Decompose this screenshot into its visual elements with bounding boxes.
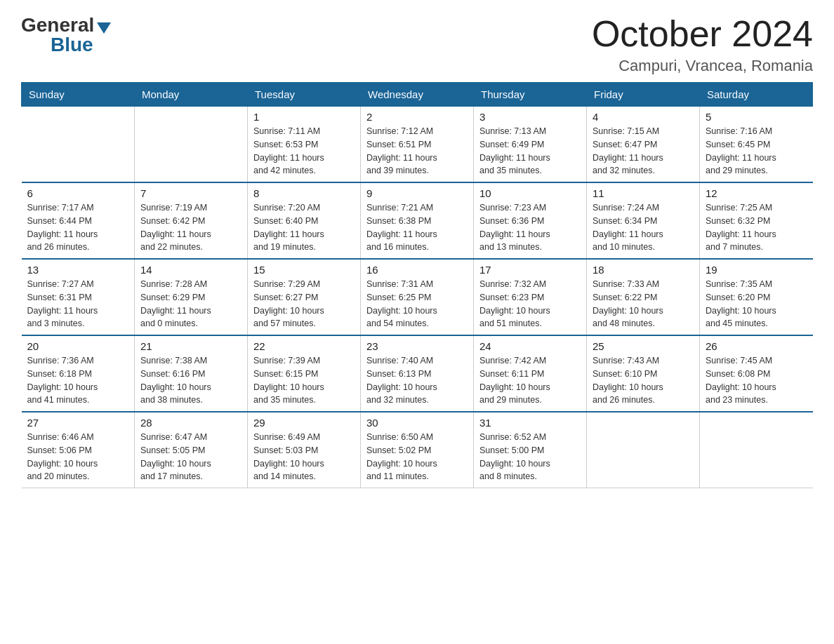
calendar-day-cell: 5Sunrise: 7:16 AM Sunset: 6:45 PM Daylig…	[700, 107, 813, 183]
day-info: Sunrise: 6:46 AM Sunset: 5:06 PM Dayligh…	[27, 431, 129, 483]
calendar-day-cell: 14Sunrise: 7:28 AM Sunset: 6:29 PM Dayli…	[135, 259, 248, 335]
calendar-day-cell: 3Sunrise: 7:13 AM Sunset: 6:49 PM Daylig…	[474, 107, 587, 183]
calendar-day-cell: 9Sunrise: 7:21 AM Sunset: 6:38 PM Daylig…	[361, 182, 474, 259]
day-number: 10	[479, 187, 581, 199]
day-info: Sunrise: 7:21 AM Sunset: 6:38 PM Dayligh…	[366, 201, 468, 254]
day-info: Sunrise: 6:50 AM Sunset: 5:02 PM Dayligh…	[366, 431, 468, 483]
day-info: Sunrise: 7:23 AM Sunset: 6:36 PM Dayligh…	[479, 201, 581, 254]
day-number: 17	[479, 264, 581, 276]
calendar-day-cell: 13Sunrise: 7:27 AM Sunset: 6:31 PM Dayli…	[22, 259, 135, 335]
day-of-week-header: Wednesday	[361, 83, 474, 107]
calendar-day-cell: 16Sunrise: 7:31 AM Sunset: 6:25 PM Dayli…	[361, 259, 474, 335]
day-number: 20	[27, 340, 129, 352]
calendar-table: SundayMondayTuesdayWednesdayThursdayFrid…	[21, 82, 813, 488]
day-info: Sunrise: 7:24 AM Sunset: 6:34 PM Dayligh…	[593, 201, 694, 254]
day-number: 2	[366, 111, 468, 123]
day-of-week-header: Monday	[135, 83, 248, 107]
logo-blue-text: Blue	[51, 34, 93, 56]
day-number: 27	[27, 417, 129, 429]
day-number: 12	[706, 187, 807, 199]
day-number: 3	[479, 111, 581, 123]
calendar-day-cell	[700, 412, 813, 488]
day-info: Sunrise: 7:17 AM Sunset: 6:44 PM Dayligh…	[27, 201, 129, 254]
calendar-header-row: SundayMondayTuesdayWednesdayThursdayFrid…	[22, 83, 813, 107]
day-number: 31	[479, 417, 581, 429]
calendar-day-cell: 21Sunrise: 7:38 AM Sunset: 6:16 PM Dayli…	[135, 335, 248, 412]
calendar-day-cell: 2Sunrise: 7:12 AM Sunset: 6:51 PM Daylig…	[361, 107, 474, 183]
day-number: 11	[593, 187, 694, 199]
calendar-day-cell: 29Sunrise: 6:49 AM Sunset: 5:03 PM Dayli…	[248, 412, 361, 488]
day-info: Sunrise: 7:36 AM Sunset: 6:18 PM Dayligh…	[27, 354, 129, 407]
calendar-week-row: 6Sunrise: 7:17 AM Sunset: 6:44 PM Daylig…	[22, 182, 813, 259]
calendar-day-cell	[135, 107, 248, 183]
day-info: Sunrise: 7:12 AM Sunset: 6:51 PM Dayligh…	[366, 125, 468, 177]
day-number: 23	[366, 340, 468, 352]
day-number: 21	[140, 340, 241, 352]
day-number: 16	[366, 264, 468, 276]
calendar-day-cell	[22, 107, 135, 183]
calendar-week-row: 1Sunrise: 7:11 AM Sunset: 6:53 PM Daylig…	[22, 107, 813, 183]
day-number: 26	[706, 340, 807, 352]
calendar-day-cell: 20Sunrise: 7:36 AM Sunset: 6:18 PM Dayli…	[22, 335, 135, 412]
day-number: 6	[27, 187, 129, 199]
day-info: Sunrise: 7:45 AM Sunset: 6:08 PM Dayligh…	[706, 354, 807, 407]
day-info: Sunrise: 7:33 AM Sunset: 6:22 PM Dayligh…	[593, 278, 694, 330]
calendar-week-row: 20Sunrise: 7:36 AM Sunset: 6:18 PM Dayli…	[22, 335, 813, 412]
day-number: 25	[593, 340, 694, 352]
calendar-day-cell: 25Sunrise: 7:43 AM Sunset: 6:10 PM Dayli…	[587, 335, 700, 412]
day-info: Sunrise: 6:52 AM Sunset: 5:00 PM Dayligh…	[479, 431, 581, 483]
day-info: Sunrise: 7:15 AM Sunset: 6:47 PM Dayligh…	[593, 125, 694, 177]
title-section: October 2024 Campuri, Vrancea, Romania	[592, 14, 813, 75]
day-info: Sunrise: 7:20 AM Sunset: 6:40 PM Dayligh…	[253, 201, 355, 254]
day-number: 29	[253, 417, 355, 429]
day-info: Sunrise: 7:32 AM Sunset: 6:23 PM Dayligh…	[479, 278, 581, 330]
day-info: Sunrise: 7:42 AM Sunset: 6:11 PM Dayligh…	[479, 354, 581, 407]
day-number: 13	[27, 264, 129, 276]
day-number: 22	[253, 340, 355, 352]
calendar-day-cell: 19Sunrise: 7:35 AM Sunset: 6:20 PM Dayli…	[700, 259, 813, 335]
page-header: General Blue October 2024 Campuri, Vranc…	[21, 14, 813, 75]
day-info: Sunrise: 7:16 AM Sunset: 6:45 PM Dayligh…	[706, 125, 807, 177]
calendar-day-cell: 26Sunrise: 7:45 AM Sunset: 6:08 PM Dayli…	[700, 335, 813, 412]
day-number: 24	[479, 340, 581, 352]
calendar-day-cell: 31Sunrise: 6:52 AM Sunset: 5:00 PM Dayli…	[474, 412, 587, 488]
day-info: Sunrise: 7:19 AM Sunset: 6:42 PM Dayligh…	[140, 201, 241, 254]
day-of-week-header: Thursday	[474, 83, 587, 107]
day-info: Sunrise: 7:35 AM Sunset: 6:20 PM Dayligh…	[706, 278, 807, 330]
day-number: 4	[593, 111, 694, 123]
calendar-day-cell: 7Sunrise: 7:19 AM Sunset: 6:42 PM Daylig…	[135, 182, 248, 259]
calendar-day-cell	[587, 412, 700, 488]
day-number: 5	[706, 111, 807, 123]
calendar-day-cell: 15Sunrise: 7:29 AM Sunset: 6:27 PM Dayli…	[248, 259, 361, 335]
calendar-day-cell: 23Sunrise: 7:40 AM Sunset: 6:13 PM Dayli…	[361, 335, 474, 412]
calendar-day-cell: 18Sunrise: 7:33 AM Sunset: 6:22 PM Dayli…	[587, 259, 700, 335]
calendar-day-cell: 4Sunrise: 7:15 AM Sunset: 6:47 PM Daylig…	[587, 107, 700, 183]
calendar-day-cell: 30Sunrise: 6:50 AM Sunset: 5:02 PM Dayli…	[361, 412, 474, 488]
day-of-week-header: Sunday	[22, 83, 135, 107]
calendar-day-cell: 1Sunrise: 7:11 AM Sunset: 6:53 PM Daylig…	[248, 107, 361, 183]
day-of-week-header: Saturday	[700, 83, 813, 107]
day-info: Sunrise: 7:28 AM Sunset: 6:29 PM Dayligh…	[140, 278, 241, 330]
location-text: Campuri, Vrancea, Romania	[592, 57, 813, 75]
day-info: Sunrise: 7:25 AM Sunset: 6:32 PM Dayligh…	[706, 201, 807, 254]
calendar-day-cell: 17Sunrise: 7:32 AM Sunset: 6:23 PM Dayli…	[474, 259, 587, 335]
day-number: 1	[253, 111, 355, 123]
day-number: 8	[253, 187, 355, 199]
calendar-week-row: 13Sunrise: 7:27 AM Sunset: 6:31 PM Dayli…	[22, 259, 813, 335]
day-info: Sunrise: 7:29 AM Sunset: 6:27 PM Dayligh…	[253, 278, 355, 330]
day-number: 30	[366, 417, 468, 429]
calendar-day-cell: 22Sunrise: 7:39 AM Sunset: 6:15 PM Dayli…	[248, 335, 361, 412]
calendar-day-cell: 8Sunrise: 7:20 AM Sunset: 6:40 PM Daylig…	[248, 182, 361, 259]
day-number: 15	[253, 264, 355, 276]
calendar-day-cell: 11Sunrise: 7:24 AM Sunset: 6:34 PM Dayli…	[587, 182, 700, 259]
day-number: 19	[706, 264, 807, 276]
month-title: October 2024	[592, 14, 813, 54]
day-info: Sunrise: 7:27 AM Sunset: 6:31 PM Dayligh…	[27, 278, 129, 330]
day-info: Sunrise: 7:38 AM Sunset: 6:16 PM Dayligh…	[140, 354, 241, 407]
day-number: 18	[593, 264, 694, 276]
day-of-week-header: Friday	[587, 83, 700, 107]
day-number: 7	[140, 187, 241, 199]
day-info: Sunrise: 6:49 AM Sunset: 5:03 PM Dayligh…	[253, 431, 355, 483]
day-info: Sunrise: 6:47 AM Sunset: 5:05 PM Dayligh…	[140, 431, 241, 483]
day-number: 9	[366, 187, 468, 199]
